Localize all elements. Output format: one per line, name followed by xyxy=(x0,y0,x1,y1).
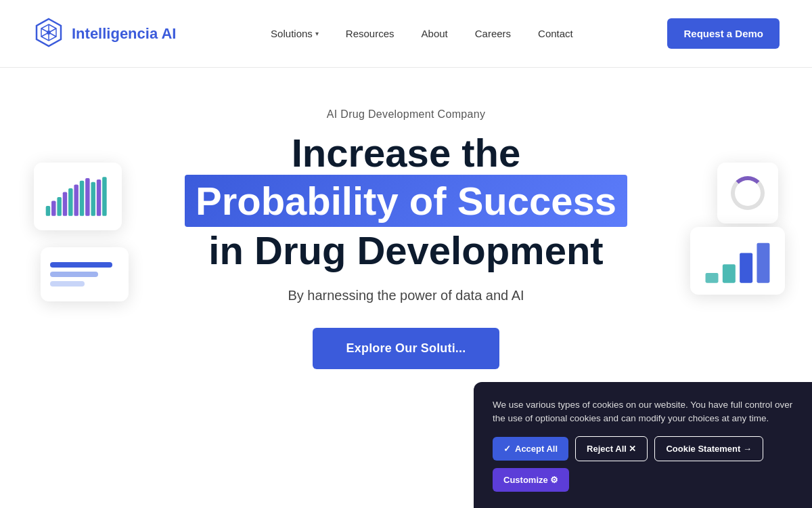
checkmark-icon: ✓ xyxy=(503,444,511,454)
svg-rect-11 xyxy=(57,197,61,216)
svg-rect-17 xyxy=(91,182,95,216)
text-line-1 xyxy=(50,262,112,268)
svg-rect-18 xyxy=(97,179,101,216)
text-line-3 xyxy=(50,281,85,287)
floating-spinner-card xyxy=(717,163,778,224)
chevron-down-icon: ▾ xyxy=(315,30,319,37)
svg-rect-21 xyxy=(723,264,736,282)
text-line-2 xyxy=(50,272,98,277)
hero-title-highlight: Probability of Success xyxy=(185,175,627,228)
cookie-banner: We use various types of cookies on our w… xyxy=(474,382,812,509)
svg-rect-14 xyxy=(74,184,78,215)
svg-rect-10 xyxy=(51,200,55,215)
hero-section: AI Drug Development Company Increase the… xyxy=(0,68,812,369)
customize-button[interactable]: Customize ⚙ xyxy=(493,468,569,492)
svg-line-7 xyxy=(41,33,49,37)
floating-text-lines-card xyxy=(41,247,129,301)
accept-all-button[interactable]: ✓ Accept All xyxy=(493,437,568,461)
cookie-statement-button[interactable]: Cookie Statement → xyxy=(654,436,763,461)
svg-rect-19 xyxy=(102,177,106,215)
nav-resources[interactable]: Resources xyxy=(346,28,394,39)
cookie-buttons: ✓ Accept All Reject All ✕ Cookie Stateme… xyxy=(493,436,793,492)
logo[interactable]: Intelligencia AI xyxy=(32,16,176,51)
svg-rect-20 xyxy=(706,273,719,283)
svg-rect-12 xyxy=(63,192,67,216)
logo-icon xyxy=(32,16,65,51)
hero-subtitle: AI Drug Development Company xyxy=(327,108,486,121)
nav-about[interactable]: About xyxy=(422,28,448,39)
nav-solutions[interactable]: Solutions ▾ xyxy=(271,28,319,39)
svg-rect-16 xyxy=(85,178,89,216)
loading-spinner xyxy=(731,176,765,210)
hero-title-line3: in Drug Development xyxy=(185,227,627,274)
nav-contact[interactable]: Contact xyxy=(538,28,573,39)
svg-rect-15 xyxy=(80,181,84,216)
hero-title-line1: Increase the xyxy=(185,131,627,175)
svg-line-4 xyxy=(49,28,56,33)
svg-rect-13 xyxy=(68,188,72,216)
svg-rect-9 xyxy=(46,206,50,216)
logo-text: Intelligencia AI xyxy=(72,25,176,43)
svg-rect-23 xyxy=(757,243,769,283)
hero-description: By harnessing the power of data and AI xyxy=(288,288,524,303)
reject-all-button[interactable]: Reject All ✕ xyxy=(575,436,648,461)
nav-careers[interactable]: Careers xyxy=(475,28,511,39)
svg-line-8 xyxy=(41,28,49,33)
cookie-banner-text: We use various types of cookies on our w… xyxy=(493,398,793,426)
svg-line-5 xyxy=(49,33,56,37)
floating-mini-chart-card xyxy=(690,227,785,295)
nav-links: Solutions ▾ Resources About Careers Cont… xyxy=(271,28,573,39)
floating-bar-chart-card xyxy=(34,163,122,230)
explore-solutions-button[interactable]: Explore Our Soluti... xyxy=(313,328,500,369)
svg-rect-22 xyxy=(740,253,752,282)
request-demo-button[interactable]: Request a Demo xyxy=(667,18,780,49)
navbar: Intelligencia AI Solutions ▾ Resources A… xyxy=(0,0,812,68)
hero-title-block: Increase the Probability of Success in D… xyxy=(185,131,627,274)
